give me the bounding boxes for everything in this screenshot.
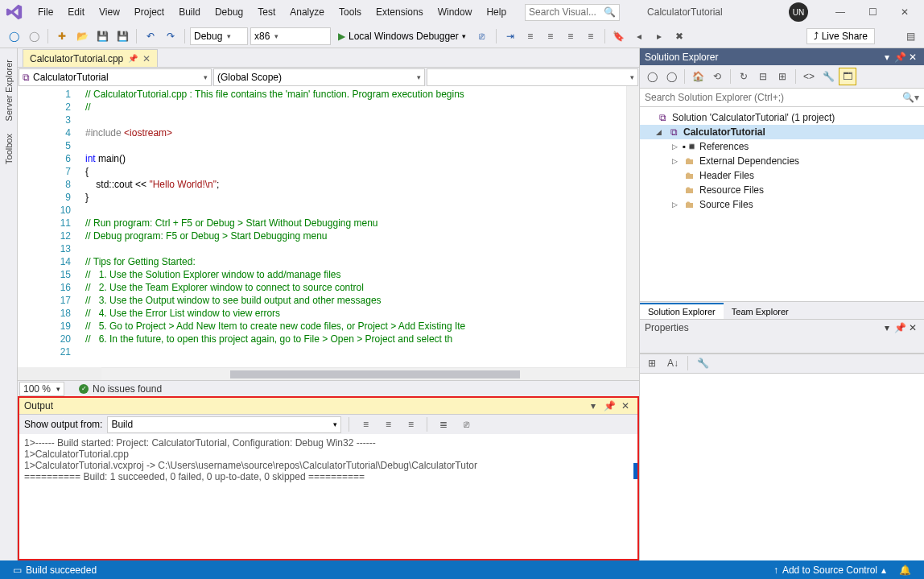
user-avatar[interactable]: UN [789, 2, 808, 22]
expand-icon[interactable]: ▷ [672, 143, 680, 151]
output-next-icon[interactable]: ≡ [379, 416, 397, 433]
toolbox-tab[interactable]: Toolbox [2, 127, 15, 171]
menu-view[interactable]: View [92, 2, 127, 23]
add-source-control[interactable]: ↑ Add to Source Control ▴ [767, 565, 893, 576]
title-search-box[interactable]: Search Visual... 🔍 [525, 4, 620, 21]
se-wrench-icon[interactable]: 🔧 [819, 68, 837, 85]
props-wrench-icon[interactable]: 🔧 [694, 354, 712, 372]
tab-team-explorer[interactable]: Team Explorer [724, 303, 797, 319]
tree-references[interactable]: ▷ ▪◾ References [640, 139, 924, 154]
save-button[interactable]: 💾 [93, 27, 111, 45]
se-showall-icon[interactable]: ⊞ [773, 68, 791, 85]
server-explorer-tab[interactable]: Server Explorer [2, 53, 15, 127]
document-tab[interactable]: CalculatorTutorial.cpp 📌 ✕ [23, 49, 158, 67]
toolbar-icon-1[interactable]: ⎚ [473, 27, 491, 45]
clear-bookmark-icon[interactable]: ✖ [670, 27, 688, 45]
prev-bookmark-icon[interactable]: ◂ [630, 27, 648, 45]
comment-icon[interactable]: ≡ [562, 27, 580, 45]
code-editor[interactable]: 123456789101112131415161718192021 // Cal… [18, 86, 639, 367]
configuration-dropdown[interactable]: Debug▾ [190, 27, 248, 45]
se-collapse-icon[interactable]: ⊟ [754, 68, 772, 85]
expand-icon[interactable]: ◢ [656, 128, 664, 136]
se-close-icon[interactable]: ✕ [906, 52, 919, 63]
props-sort-icon[interactable]: A↓ [664, 354, 682, 372]
expand-icon[interactable]: ▷ [672, 201, 680, 209]
close-button[interactable]: ✕ [889, 2, 921, 23]
uncomment-icon[interactable]: ≡ [582, 27, 600, 45]
output-title-bar[interactable]: Output ▾ 📌 ✕ [19, 398, 637, 415]
se-preview-icon[interactable]: 🗔 [839, 68, 856, 85]
expand-icon[interactable]: ▷ [672, 157, 680, 165]
props-close-icon[interactable]: ✕ [906, 322, 919, 333]
se-home2-icon[interactable]: 🏠 [689, 68, 707, 85]
menu-project[interactable]: Project [127, 2, 171, 23]
editor-horizontal-scrollbar[interactable] [101, 367, 639, 380]
undo-button[interactable]: ↶ [142, 27, 159, 45]
maximize-button[interactable]: ☐ [856, 2, 889, 23]
indent-icon[interactable]: ≡ [522, 27, 539, 45]
status-build[interactable]: ▭ Build succeeded [6, 565, 103, 576]
se-home-icon[interactable]: ◯ [643, 68, 661, 85]
props-dropdown-icon[interactable]: ▾ [881, 322, 893, 333]
menu-extensions[interactable]: Extensions [369, 2, 431, 23]
props-pin-icon[interactable]: 📌 [893, 322, 906, 333]
context-project-dropdown[interactable]: ⧉ CalculatorTutorial ▾ [19, 68, 212, 86]
se-dropdown-icon[interactable]: ▾ [881, 52, 893, 63]
menu-tools[interactable]: Tools [332, 2, 369, 23]
context-scope-dropdown[interactable]: (Global Scope) ▾ [213, 68, 425, 86]
nav-fwd-button[interactable]: ◯ [25, 27, 43, 45]
tab-solution-explorer[interactable]: Solution Explorer [640, 303, 724, 319]
menu-test[interactable]: Test [250, 2, 283, 23]
next-bookmark-icon[interactable]: ▸ [650, 27, 668, 45]
output-prev-icon[interactable]: ≡ [357, 416, 374, 433]
issues-indicator[interactable]: ✓ No issues found [79, 383, 162, 395]
bookmark-icon[interactable]: 🔖 [610, 27, 628, 45]
zoom-dropdown[interactable]: 100 % ▾ [19, 382, 64, 396]
se-pin-icon[interactable]: 📌 [893, 52, 906, 63]
tree-project[interactable]: ◢ ⧉ CalculatorTutorial [640, 125, 924, 139]
menu-window[interactable]: Window [431, 2, 480, 23]
output-text[interactable]: 1>------ Build started: Project: Calcula… [19, 434, 637, 559]
menu-debug[interactable]: Debug [208, 2, 250, 23]
output-dropdown-icon[interactable]: ▾ [586, 399, 600, 413]
tree-resource-files[interactable]: 🖿 Resource Files [640, 183, 924, 197]
notifications-icon[interactable]: 🔔 [893, 565, 918, 576]
props-cat-icon[interactable]: ⊞ [643, 354, 661, 372]
context-member-dropdown[interactable]: ▾ [427, 68, 638, 86]
menu-analyze[interactable]: Analyze [283, 2, 332, 23]
se-refresh-icon[interactable]: ↻ [735, 68, 753, 85]
se-sync-icon[interactable]: ⟲ [708, 68, 726, 85]
tree-header-files[interactable]: 🖿 Header Files [640, 168, 924, 183]
step-into-icon[interactable]: ⇥ [501, 27, 519, 45]
platform-dropdown[interactable]: x86▾ [250, 27, 331, 45]
nav-back-button[interactable]: ◯ [5, 27, 23, 45]
properties-title[interactable]: Properties ▾ 📌 ✕ [640, 319, 924, 336]
output-from-dropdown[interactable]: Build ▾ [107, 416, 341, 433]
solution-tree[interactable]: ⧉ Solution 'CalculatorTutorial' (1 proje… [640, 107, 924, 301]
output-pin-icon[interactable]: 📌 [602, 399, 617, 413]
output-close-icon[interactable]: ✕ [618, 399, 633, 413]
tree-source-files[interactable]: ▷ 🖿 Source Files [640, 197, 924, 212]
close-tab-icon[interactable]: ✕ [142, 53, 151, 64]
live-share-button[interactable]: ⤴ Live Share [806, 28, 875, 44]
se-back-icon[interactable]: ◯ [662, 68, 680, 85]
menu-edit[interactable]: Edit [60, 2, 92, 23]
menu-build[interactable]: Build [171, 2, 208, 23]
redo-button[interactable]: ↷ [162, 27, 179, 45]
menu-file[interactable]: File [31, 2, 60, 23]
save-all-button[interactable]: 💾 [113, 27, 131, 45]
solution-explorer-title[interactable]: Solution Explorer ▾ 📌 ✕ [640, 48, 924, 65]
tree-solution-root[interactable]: ⧉ Solution 'CalculatorTutorial' (1 proje… [640, 110, 924, 125]
new-project-button[interactable]: ✚ [53, 27, 71, 45]
se-search-box[interactable]: Search Solution Explorer (Ctrl+;) 🔍▾ [640, 88, 924, 107]
code-area[interactable]: // CalculatorTutorial.cpp : This file co… [85, 86, 626, 367]
menu-help[interactable]: Help [479, 2, 514, 23]
tree-external[interactable]: ▷ 🖿 External Dependencies [640, 154, 924, 168]
toolbar-overflow-icon[interactable]: ▤ [901, 27, 919, 45]
minimize-button[interactable]: — [824, 2, 856, 23]
se-code-icon[interactable]: <> [800, 68, 818, 85]
output-wrap-icon[interactable]: ≣ [435, 416, 452, 433]
open-file-button[interactable]: 📂 [73, 27, 91, 45]
output-toggle-icon[interactable]: ⎚ [457, 416, 475, 433]
output-clear-icon[interactable]: ≡ [402, 416, 419, 433]
